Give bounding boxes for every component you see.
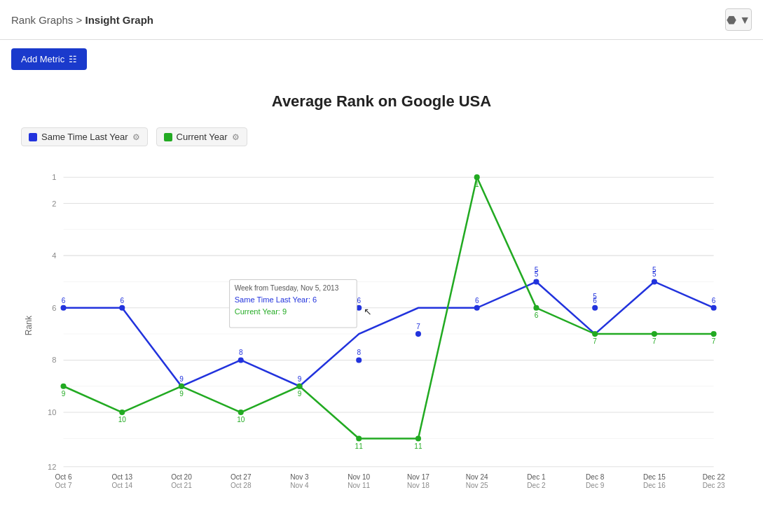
svg-text:9: 9 xyxy=(179,375,184,383)
chart-legend: Same Time Last Year ⚙ Current Year ⚙ xyxy=(21,127,742,146)
svg-text:5: 5 xyxy=(652,266,657,274)
add-metric-button[interactable]: Add Metric ☷ xyxy=(11,48,87,70)
svg-text:8: 8 xyxy=(357,349,361,356)
svg-point-46 xyxy=(60,384,66,389)
svg-text:6: 6 xyxy=(62,297,66,304)
add-metric-label: Add Metric xyxy=(21,54,64,64)
svg-point-56 xyxy=(356,435,362,441)
svg-text:7: 7 xyxy=(712,337,716,345)
svg-text:7: 7 xyxy=(593,337,597,345)
cube-button[interactable]: ⬣ ▼ xyxy=(725,8,752,31)
chart-title: Average Rank on Google USA xyxy=(21,92,742,111)
svg-text:Dec 22: Dec 22 xyxy=(703,473,725,481)
legend-gear-series1[interactable]: ⚙ xyxy=(132,132,140,142)
breadcrumb-separator: > xyxy=(76,14,85,26)
svg-text:2: 2 xyxy=(52,200,56,208)
svg-text:9: 9 xyxy=(179,390,184,398)
svg-point-58 xyxy=(415,435,421,441)
svg-text:9: 9 xyxy=(298,390,302,398)
svg-text:11: 11 xyxy=(414,442,422,450)
svg-text:8: 8 xyxy=(52,356,56,364)
svg-point-48 xyxy=(119,410,125,415)
svg-text:8: 8 xyxy=(239,349,243,356)
svg-point-62 xyxy=(533,305,539,311)
svg-text:Same Time Last Year: 6: Same Time Last Year: 6 xyxy=(235,295,317,304)
toolbar: Add Metric ☷ xyxy=(0,40,763,78)
svg-text:Rank: Rank xyxy=(24,315,34,335)
svg-point-52 xyxy=(238,410,244,415)
svg-point-68 xyxy=(711,331,717,337)
svg-text:Nov 24: Nov 24 xyxy=(466,473,488,481)
svg-point-64 xyxy=(592,331,598,337)
svg-point-44 xyxy=(711,305,717,311)
svg-point-26 xyxy=(238,357,244,363)
svg-text:9: 9 xyxy=(62,390,66,398)
svg-text:Dec 8: Dec 8 xyxy=(586,473,605,481)
svg-text:12: 12 xyxy=(48,463,56,471)
svg-text:Oct 21: Oct 21 xyxy=(171,482,192,489)
svg-text:6: 6 xyxy=(712,297,716,304)
legend-label-series2: Current Year xyxy=(177,132,228,142)
svg-text:Oct 14: Oct 14 xyxy=(111,482,132,489)
svg-text:Current Year: 9: Current Year: 9 xyxy=(235,307,287,316)
svg-text:Oct 27: Oct 27 xyxy=(231,473,252,481)
breadcrumb-start: Rank Graphs xyxy=(11,14,73,26)
breadcrumb-end: Insight Graph xyxy=(85,14,153,26)
add-metric-icon: ☷ xyxy=(69,54,77,64)
svg-text:Nov 17: Nov 17 xyxy=(407,473,429,481)
svg-text:7: 7 xyxy=(652,337,657,345)
svg-text:Nov 3: Nov 3 xyxy=(290,473,309,481)
svg-text:7: 7 xyxy=(416,323,420,330)
svg-text:1: 1 xyxy=(52,173,56,181)
legend-label-series1: Same Time Last Year xyxy=(41,132,128,142)
svg-text:Oct 28: Oct 28 xyxy=(231,482,252,489)
svg-point-22 xyxy=(119,305,125,311)
svg-text:6: 6 xyxy=(52,304,56,312)
svg-text:Week from Tuesday, Nov 5, 2013: Week from Tuesday, Nov 5, 2013 xyxy=(235,284,339,292)
svg-text:5: 5 xyxy=(535,266,539,274)
legend-item-series2[interactable]: Current Year ⚙ xyxy=(156,127,247,146)
svg-point-30 xyxy=(356,357,362,363)
svg-point-66 xyxy=(652,331,657,337)
header-actions: ⬣ ▼ xyxy=(725,8,752,31)
legend-dot-series2 xyxy=(164,133,172,141)
breadcrumb: Rank Graphs > Insight Graph xyxy=(11,14,153,26)
svg-text:Oct 20: Oct 20 xyxy=(171,473,192,481)
svg-text:1: 1 xyxy=(475,181,479,188)
svg-text:Nov 10: Nov 10 xyxy=(348,473,370,481)
svg-text:Dec 23: Dec 23 xyxy=(703,482,725,489)
svg-text:Oct 6: Oct 6 xyxy=(55,473,71,481)
svg-text:Nov 25: Nov 25 xyxy=(466,482,488,489)
svg-text:11: 11 xyxy=(355,442,364,450)
svg-point-40 xyxy=(592,305,598,311)
svg-point-36 xyxy=(474,305,480,311)
svg-text:6: 6 xyxy=(120,297,124,304)
svg-point-34 xyxy=(415,331,421,337)
svg-text:5: 5 xyxy=(593,293,597,300)
svg-text:↖: ↖ xyxy=(364,306,372,317)
svg-text:9: 9 xyxy=(298,375,302,383)
svg-point-50 xyxy=(179,384,184,389)
svg-text:10: 10 xyxy=(118,416,127,424)
svg-text:Dec 1: Dec 1 xyxy=(527,473,546,481)
svg-point-42 xyxy=(652,279,657,284)
svg-text:10: 10 xyxy=(48,408,56,416)
page-header: Rank Graphs > Insight Graph ⬣ ▼ xyxy=(0,0,763,40)
svg-point-54 xyxy=(296,384,302,389)
svg-point-20 xyxy=(60,305,66,311)
svg-point-38 xyxy=(533,279,539,284)
chart-container: Average Rank on Google USA Same Time Las… xyxy=(0,78,763,510)
svg-text:6: 6 xyxy=(535,312,539,319)
svg-text:Dec 9: Dec 9 xyxy=(586,482,605,489)
svg-text:Dec 2: Dec 2 xyxy=(527,482,546,489)
chart-area: 1 2 4 6 8 10 xyxy=(21,158,742,496)
legend-dot-series1 xyxy=(29,133,37,141)
svg-text:Nov 18: Nov 18 xyxy=(407,482,429,489)
svg-text:Oct 13: Oct 13 xyxy=(111,473,132,481)
legend-item-series1[interactable]: Same Time Last Year ⚙ xyxy=(21,127,148,146)
svg-text:Dec 16: Dec 16 xyxy=(643,482,666,489)
svg-text:Dec 15: Dec 15 xyxy=(643,473,666,481)
svg-text:6: 6 xyxy=(475,297,479,304)
legend-gear-series2[interactable]: ⚙ xyxy=(232,132,240,142)
svg-text:Nov 11: Nov 11 xyxy=(348,482,370,489)
